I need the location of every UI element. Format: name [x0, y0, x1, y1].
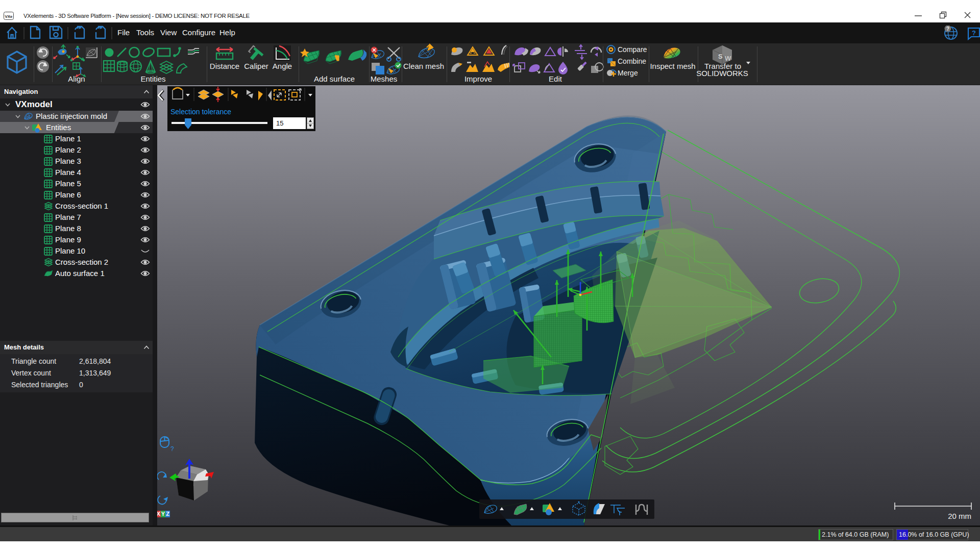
svg-text:X: X	[157, 511, 161, 517]
svg-text:?: ?	[170, 445, 174, 453]
svg-text:20 mm: 20 mm	[948, 512, 971, 520]
svg-text:Z: Z	[166, 511, 169, 517]
svg-text:Y: Y	[161, 511, 165, 517]
